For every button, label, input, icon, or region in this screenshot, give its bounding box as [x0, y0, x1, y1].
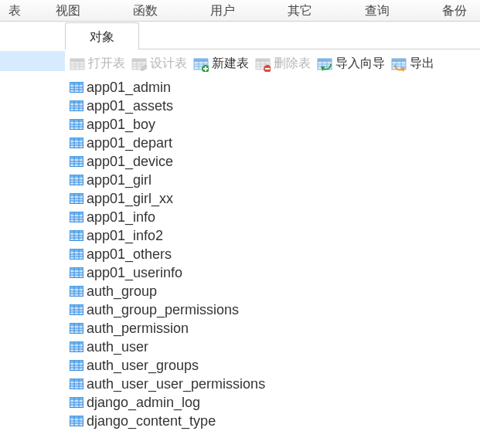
table-row[interactable]: app01_userinfo: [68, 263, 480, 282]
svg-rect-105: [70, 287, 83, 290]
new-table-icon: [193, 56, 209, 72]
table-icon: [70, 377, 83, 391]
table-name: app01_girl_xx: [87, 191, 173, 207]
table-icon: [70, 136, 83, 150]
svg-rect-111: [70, 305, 83, 308]
table-icon: [70, 284, 83, 298]
table-name: auth_group: [87, 283, 157, 300]
tab-objects[interactable]: 对象: [65, 22, 139, 49]
svg-rect-147: [70, 416, 83, 419]
table-icon: [70, 192, 83, 205]
svg-rect-123: [70, 342, 83, 345]
table-icon: [70, 229, 83, 243]
svg-rect-1: [70, 59, 84, 62]
table-icon: [70, 303, 83, 317]
table-row[interactable]: auth_user_user_permissions: [68, 375, 480, 393]
table-icon: [70, 80, 83, 94]
import-wizard-button[interactable]: 导入向导: [317, 56, 385, 72]
new-table-label: 新建表: [212, 56, 249, 72]
table-row[interactable]: auth_permission: [68, 319, 480, 338]
svg-rect-129: [70, 361, 83, 364]
table-row[interactable]: django_admin_log: [68, 393, 480, 412]
open-table-button[interactable]: 打开表: [70, 56, 125, 72]
sidebar-selected-item[interactable]: [0, 51, 65, 71]
table-row[interactable]: app01_boy: [68, 115, 480, 134]
menu-item-backup[interactable]: 备份: [437, 0, 471, 22]
table-row[interactable]: app01_others: [68, 245, 480, 263]
table-row[interactable]: auth_group: [68, 282, 480, 300]
table-name: app01_assets: [87, 98, 173, 114]
menu-item-view[interactable]: 视图: [51, 0, 85, 22]
table-row[interactable]: app01_info: [68, 208, 480, 226]
table-name: auth_group_permissions: [87, 302, 239, 318]
svg-rect-20: [256, 59, 270, 62]
svg-rect-63: [70, 157, 83, 160]
table-name: app01_depart: [87, 135, 172, 151]
table-name: app01_others: [87, 246, 172, 263]
svg-rect-99: [70, 268, 83, 271]
table-list: app01_admin app01_assets app01_boy: [65, 76, 480, 430]
table-row[interactable]: auth_user_groups: [68, 356, 480, 375]
content-row: 对象 打开表: [0, 22, 480, 448]
design-table-button[interactable]: 设计表: [131, 56, 187, 72]
table-row[interactable]: django_content_type: [68, 412, 480, 430]
table-row[interactable]: app01_admin: [68, 78, 480, 97]
svg-rect-57: [70, 138, 83, 141]
svg-rect-45: [70, 101, 83, 104]
table-name: app01_girl: [87, 172, 151, 188]
svg-rect-75: [70, 194, 83, 197]
menu-bar: 表 视图 函数 用户 其它 查询 备份: [0, 0, 480, 22]
table-name: app01_info2: [87, 228, 163, 244]
table-icon: [70, 99, 83, 113]
table-icon: [70, 266, 83, 280]
table-icon: [70, 321, 83, 335]
export-wizard-button[interactable]: 导出: [391, 56, 434, 72]
table-row[interactable]: app01_girl_xx: [68, 189, 480, 208]
table-row[interactable]: auth_user: [68, 338, 480, 356]
table-icon: [70, 395, 83, 409]
table-icon: [70, 247, 83, 261]
svg-rect-33: [392, 59, 406, 62]
table-icon: [70, 358, 83, 372]
table-icon: [70, 210, 83, 224]
table-icon: [70, 117, 83, 131]
svg-rect-27: [318, 59, 332, 62]
table-row[interactable]: auth_group_permissions: [68, 300, 480, 319]
tab-label: 对象: [90, 30, 114, 43]
import-wizard-icon: [317, 56, 332, 72]
svg-rect-117: [70, 324, 83, 327]
table-icon: [70, 173, 83, 187]
menu-item-table[interactable]: 表: [0, 0, 29, 22]
svg-rect-39: [70, 83, 83, 86]
svg-rect-141: [70, 398, 83, 401]
menu-item-func[interactable]: 函数: [128, 0, 162, 22]
design-table-icon: [131, 56, 147, 72]
table-row[interactable]: app01_girl: [68, 171, 480, 189]
new-table-button[interactable]: 新建表: [193, 56, 249, 72]
table-name: django_admin_log: [87, 395, 200, 411]
toolbar: 打开表 设计表: [65, 49, 480, 76]
delete-table-button[interactable]: 删除表: [255, 56, 311, 72]
table-name: auth_user: [87, 339, 148, 355]
sidebar: [0, 22, 65, 448]
menu-item-other[interactable]: 其它: [283, 0, 317, 22]
open-table-icon: [70, 56, 85, 72]
table-row[interactable]: app01_info2: [68, 226, 480, 245]
table-name: app01_boy: [87, 117, 155, 133]
svg-rect-69: [70, 175, 83, 178]
table-row[interactable]: app01_assets: [68, 97, 480, 115]
menu-item-user[interactable]: 用户: [206, 0, 240, 22]
table-name: app01_userinfo: [87, 265, 182, 281]
table-name: app01_admin: [87, 80, 171, 96]
svg-rect-7: [132, 59, 146, 62]
tab-strip: 对象: [65, 22, 480, 49]
table-icon: [70, 154, 83, 168]
main-panel: 对象 打开表: [65, 22, 480, 448]
delete-table-icon: [255, 56, 271, 72]
table-row[interactable]: app01_device: [68, 152, 480, 171]
app-root: 表 视图 函数 用户 其它 查询 备份 对象: [0, 0, 480, 448]
table-row[interactable]: app01_depart: [68, 134, 480, 152]
table-name: app01_info: [87, 209, 155, 226]
menu-item-query[interactable]: 查询: [360, 0, 394, 22]
table-icon: [70, 414, 83, 428]
